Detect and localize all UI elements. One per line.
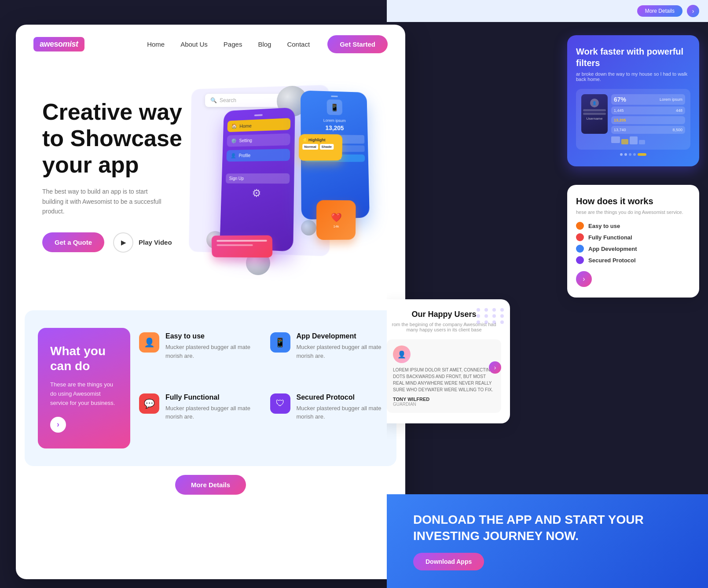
- phone-container: 🏠Home ⚙️Setting 👤Profile Sign Up: [202, 81, 369, 284]
- dashboard-mockup: 👤 Username 67% Lorem ipsum 1,445 448: [576, 89, 690, 150]
- how-item-easy: Easy to use: [576, 222, 690, 230]
- testimonial-text: LOREM IPSUM DOLOR SIT AMET, CONNECTING D…: [393, 367, 495, 393]
- app-development-text: App Development Mucker plastered bugger …: [297, 332, 384, 360]
- nav-links: Home About Us Pages Blog Contact: [147, 40, 310, 48]
- happy-users-card: Our Happy Users rom the begining of the …: [387, 299, 510, 423]
- top-bar-more-details-button[interactable]: More Details: [637, 5, 682, 17]
- dots-pattern: [472, 304, 510, 328]
- feature-item-easy: 👤 Easy to use Mucker plastered bugger al…: [139, 332, 253, 383]
- nav-pages[interactable]: Pages: [224, 40, 242, 48]
- secured-protocol-icon: 🛡: [270, 393, 290, 414]
- what-you-can-content: What you can do These are the things you…: [50, 344, 118, 408]
- phone-menu-setting: ⚙️Setting: [227, 133, 290, 147]
- app-development-title: App Development: [297, 332, 384, 340]
- dash-phone-avatar: 👤: [590, 99, 599, 107]
- how-item-functional-label: Fully Functional: [588, 234, 632, 241]
- hero-illustration: 🔍 Search 🏠Ho: [183, 73, 388, 293]
- dash-row-1: [583, 109, 606, 111]
- hero-title-line1: Creative way: [42, 99, 182, 125]
- how-item-easy-label: Easy to use: [588, 223, 620, 229]
- more-details-button[interactable]: More Details: [175, 475, 246, 495]
- feature-item-secured: 🛡 Secured Protocol Mucker plastered bugg…: [270, 393, 384, 444]
- top-bar-circle-button[interactable]: ›: [687, 5, 699, 17]
- stat-row-3: 13,205: [611, 116, 685, 124]
- download-banner: DONLOAD THE APP AND START YOUR INVESTING…: [387, 494, 708, 588]
- secured-protocol-desc: Mucker plastered bugger all mate morish …: [297, 404, 384, 421]
- phone-screen: 🏠Home ⚙️Setting 👤Profile Sign Up: [221, 107, 295, 206]
- how-dot-easy: [576, 222, 584, 230]
- download-banner-title: DONLOAD THE APP AND START YOUR INVESTING…: [413, 512, 682, 544]
- nav-blog[interactable]: Blog: [258, 40, 271, 48]
- how-dot-secured: [576, 256, 584, 264]
- how-items-list: Easy to use Fully Functional App Develop…: [576, 222, 690, 264]
- stat-label-2: 1,445: [614, 108, 624, 113]
- testimonial-role: GUARDIAN: [393, 402, 495, 407]
- work-faster-card: Work faster with powerful filters ar bro…: [567, 35, 699, 166]
- phone-menu-profile: 👤Profile: [226, 149, 290, 162]
- logo: awesomist: [33, 37, 84, 51]
- get-started-button[interactable]: Get Started: [327, 35, 388, 53]
- easy-to-use-title: Easy to use: [165, 332, 253, 340]
- dash-row-2: [583, 113, 606, 115]
- stat-num-large: 13,205: [614, 118, 626, 122]
- feature-item-app-dev: 📱 App Development Mucker plastered bugge…: [270, 332, 384, 383]
- download-apps-button[interactable]: Download Apps: [413, 553, 484, 570]
- app-development-icon: 📱: [270, 332, 290, 353]
- get-quote-button[interactable]: Get a Quote: [42, 232, 104, 252]
- what-you-can-desc: These are the things you do using Awesom…: [50, 380, 118, 408]
- how-item-app-dev: App Development: [576, 245, 690, 253]
- hero-subtitle: The best way to build an app is to start…: [42, 187, 165, 216]
- stat-row-2: 1,445 448: [611, 107, 685, 114]
- nav-about[interactable]: About Us: [180, 40, 208, 48]
- play-icon: ▶: [113, 232, 133, 253]
- fully-functional-desc: Mucker plastered bugger all mate morish …: [165, 404, 253, 421]
- phone-menu-home: 🏠Home: [227, 118, 290, 132]
- secured-protocol-text: Secured Protocol Mucker plastered bugger…: [297, 393, 384, 421]
- how-it-works-card: How does it works hese are the things yo…: [567, 185, 699, 298]
- testimonial-avatar: 👤: [393, 345, 411, 363]
- easy-to-use-desc: Mucker plastered bugger all mate morish …: [165, 343, 253, 360]
- download-title-line1-rest: NLOAD THE APP AND START YOUR: [432, 513, 644, 526]
- hero-text: Creative way to Showcase your app The be…: [42, 73, 201, 253]
- features-footer: More Details: [16, 466, 405, 499]
- what-you-can-title: What you can do: [50, 344, 118, 373]
- fully-functional-icon: 💬: [139, 393, 159, 414]
- float-card-pink: [211, 235, 272, 258]
- play-video-button[interactable]: ▶ Play Video: [113, 232, 172, 253]
- stat-label-1: Lorem ipsum: [660, 97, 682, 102]
- play-label: Play Video: [139, 239, 172, 246]
- testimonial-card: 👤 LOREM IPSUM DOLOR SIT AMET, CONNECTING…: [387, 339, 501, 413]
- easy-to-use-text: Easy to use Mucker plastered bugger all …: [165, 332, 253, 360]
- how-dot-functional: [576, 233, 584, 241]
- stat-value-4: 8,500: [672, 128, 682, 132]
- nav-home[interactable]: Home: [147, 40, 165, 48]
- stat-value-2: 448: [676, 108, 682, 113]
- stat-percent: 67%: [614, 96, 626, 103]
- logo-text: awesomist: [40, 40, 78, 48]
- right-panel: More Details › Work faster with powerful…: [387, 0, 708, 588]
- right-top-bar: More Details ›: [387, 0, 708, 22]
- how-item-secured-label: Secured Protocol: [588, 257, 636, 264]
- happy-users-arrow-button[interactable]: ›: [489, 361, 501, 374]
- main-card: awesomist Home About Us Pages Blog Conta…: [16, 25, 405, 579]
- easy-to-use-icon: 👤: [139, 332, 159, 353]
- dash-phone: 👤 Username: [581, 94, 608, 134]
- testimonial-name: TONY WILFRED: [393, 397, 495, 402]
- how-it-works-arrow-button[interactable]: ›: [576, 271, 592, 287]
- nav-contact[interactable]: Contact: [287, 40, 310, 48]
- how-item-app-dev-label: App Development: [588, 246, 637, 252]
- sphere-decoration-5: [301, 220, 316, 235]
- secured-protocol-title: Secured Protocol: [297, 393, 384, 401]
- what-you-can-arrow-button[interactable]: ›: [50, 417, 66, 433]
- what-you-can-card: What you can do These are the things you…: [38, 328, 130, 448]
- fully-functional-title: Fully Functional: [165, 393, 253, 401]
- how-item-secured: Secured Protocol: [576, 256, 690, 264]
- how-it-works-subtitle: hese are the things you do ing Awesomist…: [576, 209, 690, 215]
- how-dot-app-dev: [576, 245, 584, 253]
- work-faster-title: Work faster with powerful filters: [576, 46, 690, 69]
- logo-italic: mist: [63, 40, 78, 48]
- how-it-works-title: How does it works: [576, 195, 690, 207]
- app-development-desc: Mucker plastered bugger all mate morish …: [297, 343, 384, 360]
- phone-main: 🏠Home ⚙️Setting 👤Profile Sign Up: [220, 107, 295, 252]
- work-faster-subtitle: ar broke down the way to my house so I h…: [576, 71, 690, 82]
